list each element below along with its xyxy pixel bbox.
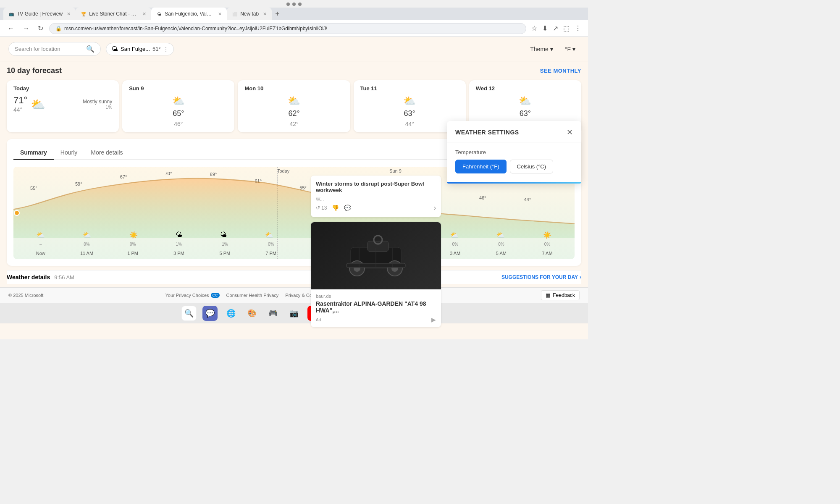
news-reactions[interactable]: ↺ 13 bbox=[316, 205, 327, 211]
ad-footer: Ad ▶ bbox=[316, 316, 436, 323]
chart-icon-1: ⛅ bbox=[83, 231, 91, 239]
theme-chevron-icon: ▾ bbox=[550, 46, 553, 52]
footer-bar: © 2025 Microsoft Your Privacy Choices CC… bbox=[0, 287, 588, 303]
time-2: 1 PM bbox=[122, 251, 143, 256]
address-text: msn.com/en-us/weather/forecast/in-San-Fu… bbox=[64, 26, 520, 32]
location-chip[interactable]: 🌤 San Fulge... 51° ⋮ bbox=[106, 43, 174, 55]
copyright: © 2025 Microsoft bbox=[8, 293, 43, 298]
tab-summary[interactable]: Summary bbox=[13, 146, 54, 160]
ad-body: baur.de Rasentraktor ALPINA-GARDEN "AT4 … bbox=[311, 289, 441, 327]
time-3: 3 PM bbox=[168, 251, 189, 256]
ad-image bbox=[311, 222, 441, 289]
rain-11: 0% bbox=[537, 242, 558, 247]
tab-stonerchat[interactable]: 🏆 Live Stoner Chat - Live Sto... ✕ bbox=[76, 8, 151, 20]
taskbar-chrome[interactable]: 🌐 bbox=[223, 306, 239, 321]
star-icon[interactable]: ☆ bbox=[530, 23, 539, 34]
reload-button[interactable]: ↻ bbox=[35, 23, 46, 34]
privacy-choices-link[interactable]: Your Privacy Choices CC bbox=[165, 293, 219, 298]
tab-more-details[interactable]: More details bbox=[84, 146, 129, 160]
feedback-button[interactable]: ▦ Feedback bbox=[541, 290, 580, 300]
expand-news-button[interactable]: › bbox=[434, 204, 436, 212]
high-temp-today: 71° bbox=[13, 95, 27, 106]
low-temp-tue11: 44° bbox=[405, 121, 414, 127]
taskbar-photos[interactable]: 📷 bbox=[286, 306, 302, 321]
see-monthly-link[interactable]: SEE MONTHLY bbox=[540, 68, 581, 74]
low-temp-sun9: 46° bbox=[174, 121, 183, 127]
settings-close-button[interactable]: ✕ bbox=[567, 128, 573, 137]
settings-header: WEATHER SETTINGS ✕ bbox=[447, 121, 581, 142]
tab-favicon-weather: 🌤 bbox=[156, 11, 162, 17]
temperature-label: Temperature bbox=[455, 149, 573, 155]
forward-button[interactable]: → bbox=[20, 23, 32, 34]
location-search[interactable]: Search for location 🔍 bbox=[8, 42, 101, 56]
consumer-health-link[interactable]: Consumer Health Privacy bbox=[226, 293, 279, 298]
taskbar: 🔍 💬 🌐 🎨 🎮 📷 ▶️ 📹 🎵 📅 ⊞ bbox=[0, 303, 588, 323]
new-tab-button[interactable]: + bbox=[272, 8, 283, 20]
weather-icon-tue11: ⛅ bbox=[403, 95, 416, 107]
tab-label-newtab: New tab bbox=[240, 11, 259, 17]
photos-icon: 📷 bbox=[289, 309, 299, 318]
tab-newtab[interactable]: ⬜ New tab ✕ bbox=[227, 8, 272, 20]
dot-2 bbox=[292, 3, 296, 6]
tab-label-weather: San Fulgencio, Valencian C... bbox=[165, 11, 214, 17]
weather-settings-panel: WEATHER SETTINGS ✕ Temperature Fahrenhei… bbox=[447, 121, 581, 184]
tab-favicon-tvguide: 📺 bbox=[8, 11, 14, 17]
thumbs-down-button[interactable]: 👎 bbox=[332, 205, 339, 211]
chart-icon-9: ⛅ bbox=[450, 231, 459, 239]
rain-5: 0% bbox=[260, 242, 281, 247]
day-card-mon10[interactable]: Mon 10 ⛅ 62° 42° bbox=[238, 80, 350, 132]
privacy-badge: CC bbox=[211, 293, 220, 298]
fahrenheit-option[interactable]: Fahrenheit (°F) bbox=[455, 160, 507, 173]
weather-icon-mon10: ⛅ bbox=[288, 95, 300, 107]
download-icon[interactable]: ⬇ bbox=[541, 23, 549, 34]
day-name-sun9: Sun 9 bbox=[129, 85, 228, 92]
tab-weather[interactable]: 🌤 San Fulgencio, Valencian C... ✕ bbox=[151, 8, 227, 20]
ad-more-button[interactable]: ▶ bbox=[431, 316, 436, 323]
chrome-icon: 🌐 bbox=[226, 309, 236, 318]
comment-button[interactable]: 💬 bbox=[344, 205, 351, 211]
chip-weather-icon: 🌤 bbox=[111, 45, 118, 53]
news-panel: Winter storms to disrupt post-Super Bowl… bbox=[311, 176, 441, 327]
high-temp-mon10: 62° bbox=[288, 109, 299, 118]
ad-card: baur.de Rasentraktor ALPINA-GARDEN "AT4 … bbox=[311, 222, 441, 327]
chart-times-row: Now 11 AM 1 PM 3 PM 5 PM 7 PM 9 PM 11 PM… bbox=[13, 251, 575, 256]
weather-icon-today: ⛅ bbox=[31, 97, 45, 111]
time-1: 11 AM bbox=[76, 251, 97, 256]
address-bar: ← → ↻ 🔒 msn.com/en-us/weather/forecast/i… bbox=[0, 20, 588, 37]
rain-today: 1% bbox=[83, 105, 112, 110]
taskbar-google[interactable]: 🔍 bbox=[181, 306, 197, 321]
tab-close-tvguide[interactable]: ✕ bbox=[67, 11, 71, 17]
chip-more-icon[interactable]: ⋮ bbox=[163, 46, 168, 52]
time-11: 7 AM bbox=[537, 251, 558, 256]
tab-close-weather[interactable]: ✕ bbox=[218, 11, 222, 17]
tab-close-stonerchat[interactable]: ✕ bbox=[142, 11, 146, 17]
temp-options: Fahrenheit (°F) Celsius (°C) bbox=[455, 160, 573, 173]
news-continuation: W... bbox=[316, 197, 436, 202]
taskbar-assistant[interactable]: 🎨 bbox=[244, 306, 260, 321]
ad-badge: Ad bbox=[316, 318, 321, 322]
theme-button[interactable]: Theme ▾ bbox=[526, 43, 557, 55]
browser-dots bbox=[0, 0, 588, 8]
tab-hourly[interactable]: Hourly bbox=[54, 146, 84, 160]
day-card-sun9[interactable]: Sun 9 ⛅ 65° 46° bbox=[122, 80, 234, 132]
taskbar-play[interactable]: 🎮 bbox=[265, 306, 281, 321]
celsius-option[interactable]: Celsius (°C) bbox=[510, 160, 553, 173]
back-button[interactable]: ← bbox=[5, 23, 17, 34]
share-icon[interactable]: ↗ bbox=[551, 23, 560, 34]
day-card-today[interactable]: Today 71° 44° ⛅ Mostly sunny 1% bbox=[7, 80, 119, 132]
time-0: Now bbox=[30, 251, 51, 256]
menu-icon[interactable]: ⋮ bbox=[573, 23, 583, 34]
tab-tvguide[interactable]: 📺 TV Guide | Freeview ✕ bbox=[3, 8, 76, 20]
rain-1: 0% bbox=[76, 242, 97, 247]
taskbar-chat[interactable]: 💬 bbox=[202, 306, 218, 321]
dot-1 bbox=[286, 3, 290, 6]
chart-icon-2: ☀️ bbox=[129, 231, 138, 239]
temp-unit-chevron-icon: ▾ bbox=[572, 46, 575, 52]
temp-unit-button[interactable]: °F ▾ bbox=[561, 43, 580, 55]
day-name-today: Today bbox=[13, 85, 112, 92]
tab-close-newtab[interactable]: ✕ bbox=[263, 11, 267, 17]
google-icon: 🔍 bbox=[184, 309, 194, 318]
suggestions-link[interactable]: SUGGESTIONS FOR YOUR DAY › bbox=[501, 274, 581, 280]
address-field[interactable]: 🔒 msn.com/en-us/weather/forecast/in-San-… bbox=[49, 23, 526, 34]
profile-icon[interactable]: ⬚ bbox=[562, 23, 571, 34]
